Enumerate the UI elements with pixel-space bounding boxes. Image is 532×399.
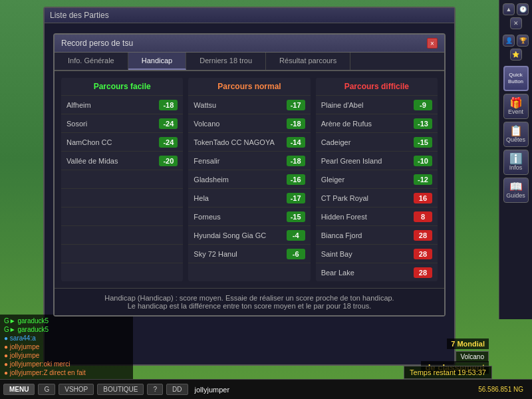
list-item: CT Park Royal 16 — [316, 188, 438, 207]
list-item — [188, 263, 310, 281]
tab-derniers-18[interactable]: Derniers 18 trou — [186, 53, 266, 70]
score-badge: -18 — [287, 156, 305, 166]
quetes-icon: 📋 — [509, 126, 523, 136]
menu-button[interactable]: MENU — [3, 384, 35, 395]
score-badge: -15 — [414, 137, 432, 148]
score-badge: 16 — [414, 193, 432, 203]
courses-content: Parcours facile Alfheim -18 Sosori -24 N… — [55, 71, 444, 288]
chat-line: ● jollyjumpe — [2, 342, 131, 351]
score-badge: -9 — [414, 100, 432, 110]
chat-line: ● sara44:a — [2, 334, 131, 342]
quick-button[interactable]: QuickButton — [503, 66, 529, 91]
easy-column-header: Parcours facile — [61, 78, 183, 95]
score-badge: -17 — [287, 193, 305, 203]
balance-display: 56.586.851 NG — [473, 386, 529, 393]
info-line1: Handicap (Handicap) : score moyen. Essai… — [61, 294, 438, 302]
tab-info-generale[interactable]: Info. Générale — [55, 53, 128, 70]
list-item: Hyundai Song Gia GC -4 — [188, 225, 310, 244]
guides-button[interactable]: 📖 Guides — [503, 178, 529, 203]
list-item: Sky 72 Hanul -6 — [188, 244, 310, 263]
sidebar-icon3[interactable]: ⭐ — [510, 49, 522, 61]
list-item: Bianca Fjord 28 — [316, 225, 438, 244]
chat-line: ● jollyjumpe — [2, 351, 131, 360]
course-name: Sky 72 Hanul — [194, 250, 286, 258]
score-badge: -10 — [414, 156, 432, 166]
list-item: Volcano -18 — [188, 114, 310, 132]
list-item — [61, 207, 183, 225]
modal-dialog: Record perso de tsu × Info. Générale Han… — [53, 33, 446, 317]
score-badge: -6 — [287, 249, 305, 259]
list-item: Pearl Green Island -10 — [316, 151, 438, 170]
list-item: Bear Lake 28 — [316, 263, 438, 281]
chat-line: G► garaduck5 — [2, 317, 131, 325]
dd-button[interactable]: DD — [166, 384, 188, 395]
course-name: Forneus — [194, 213, 286, 221]
course-name: Bear Lake — [321, 269, 414, 277]
course-name: Wattsu — [194, 101, 286, 109]
course-name: Vallée de Midas — [66, 157, 159, 165]
boutique-button[interactable]: BOUTIQUE — [97, 384, 144, 395]
infos-label: Infos — [509, 164, 523, 171]
event-label: Event — [508, 108, 523, 115]
infos-button[interactable]: ℹ️ Infos — [503, 150, 529, 175]
chat-area: G► garaduck5 G► garaduck5 ● sara44:a ● j… — [0, 315, 133, 379]
modal-title: Record perso de tsu — [61, 39, 133, 48]
sidebar-icon2[interactable]: 🏆 — [517, 35, 529, 47]
course-name: Cadeiger — [321, 138, 414, 146]
course-name: Saint Bay — [321, 250, 414, 258]
list-item: Plaine d'Abel -9 — [316, 95, 438, 114]
list-item: Hidden Forest 8 — [316, 207, 438, 225]
event-icon: 🎁 — [509, 98, 523, 108]
course-name: CT Park Royal — [321, 194, 414, 202]
g-button[interactable]: G — [38, 384, 55, 395]
sidebar-icon1[interactable]: 👤 — [503, 35, 515, 47]
quetes-button[interactable]: 📋 Quêtes — [503, 122, 529, 147]
courses-grid: Parcours facile Alfheim -18 Sosori -24 N… — [61, 78, 438, 281]
score-badge: -24 — [159, 118, 178, 129]
modal-title-bar: Record perso de tsu × — [55, 35, 444, 53]
vshop-button[interactable]: VSHOP — [59, 384, 94, 395]
tab-handicap[interactable]: Handicap — [128, 53, 186, 70]
event-button[interactable]: 🎁 Event — [503, 94, 529, 119]
list-item: Hela -17 — [188, 188, 310, 207]
course-name: Hyundai Song Gia GC — [194, 231, 286, 239]
normal-column-header: Parcours normal — [188, 78, 310, 95]
quetes-label: Quêtes — [506, 136, 525, 143]
close-button[interactable]: × — [427, 38, 438, 49]
nav-up-button[interactable]: ▲ — [503, 3, 515, 15]
score-badge: -16 — [287, 174, 305, 185]
course-name: Hidden Forest — [321, 213, 414, 221]
list-item: Gladsheim -16 — [188, 170, 310, 188]
guides-label: Guides — [506, 192, 525, 199]
score-badge: -18 — [159, 100, 178, 110]
score-badge: 8 — [414, 211, 432, 222]
score-badge: 28 — [414, 230, 432, 241]
bottom-bar: MENU G VSHOP BOUTIQUE ? DD jollyjumper 5… — [0, 379, 532, 399]
list-item — [61, 263, 183, 281]
list-item: Sosori -24 — [61, 114, 183, 132]
tab-bar: Info. Générale Handicap Derniers 18 trou… — [55, 53, 444, 71]
list-item: TokenTado CC NAGOYA -14 — [188, 132, 310, 151]
course-name: Plaine d'Abel — [321, 101, 414, 109]
chat-line: G► garaduck5 — [2, 325, 131, 334]
question-button[interactable]: ? — [147, 384, 163, 395]
course-name: Pearl Green Island — [321, 157, 414, 165]
list-item — [61, 244, 183, 263]
nav-clock-button[interactable]: 🕐 — [517, 3, 529, 15]
course-name: Bianca Fjord — [321, 231, 414, 239]
course-name: Gleiger — [321, 176, 414, 184]
score-badge: -17 — [287, 100, 305, 110]
tab-resultat[interactable]: Résultat parcours — [266, 53, 350, 70]
list-item: Gleiger -12 — [316, 170, 438, 188]
nav-x-button[interactable]: ✕ — [510, 17, 522, 29]
course-name: Gladsheim — [194, 176, 286, 184]
main-window-title: Liste des Parties — [45, 8, 454, 23]
score-badge: -4 — [287, 230, 305, 241]
score-badge: 28 — [414, 267, 432, 278]
list-item: Saint Bay 28 — [316, 244, 438, 263]
score-badge: -13 — [414, 118, 432, 129]
list-item: Cadeiger -15 — [316, 132, 438, 151]
list-item — [61, 225, 183, 244]
list-item: NamChon CC -24 — [61, 132, 183, 151]
hard-column: Parcours difficile Plaine d'Abel -9 Arèn… — [316, 78, 438, 281]
